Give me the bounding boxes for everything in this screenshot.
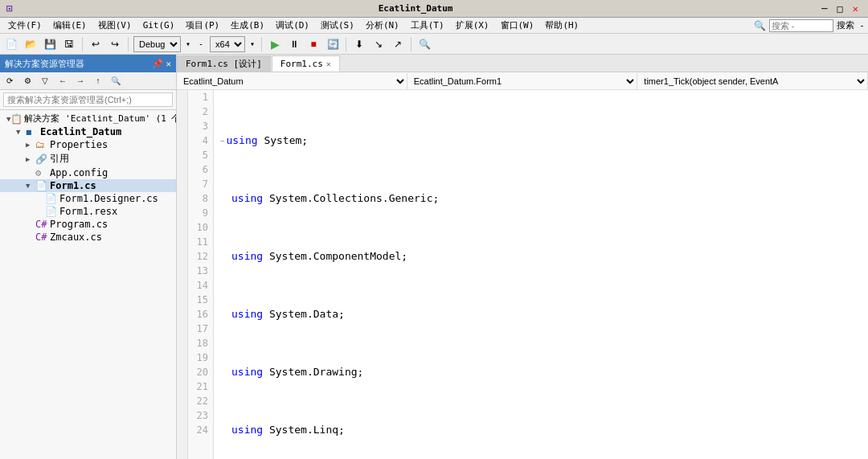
search-icon: 🔍: [754, 20, 766, 31]
code-line-4: using System.Data;: [220, 307, 868, 322]
menu-analyze[interactable]: 分析(N): [361, 18, 404, 32]
toolbar-step-into-btn[interactable]: ↘: [371, 36, 387, 52]
ln-24: 24: [193, 423, 208, 437]
se-search-btn[interactable]: 🔍: [108, 73, 124, 89]
menu-search-area[interactable]: 🔍 搜索 -: [754, 19, 865, 32]
se-back-btn[interactable]: ←: [55, 73, 71, 89]
collapse-1[interactable]: −: [220, 133, 224, 148]
menu-build[interactable]: 生成(B): [226, 18, 269, 32]
code-line-3: using System.ComponentModel;: [220, 249, 868, 264]
code-line-1: −using System;: [220, 133, 868, 148]
toolbar-step-over-btn[interactable]: ⬇: [351, 36, 367, 52]
nav-left-select[interactable]: Ecatlint_Datum: [177, 73, 407, 89]
se-appconfig[interactable]: ⚙ App.config: [0, 166, 176, 179]
se-search[interactable]: [0, 90, 176, 110]
se-header-controls[interactable]: 📌 ✕: [152, 59, 171, 69]
se-properties-btn[interactable]: ⚙: [19, 73, 35, 89]
toolbar-new-btn[interactable]: 📄: [3, 36, 19, 52]
debug-mode-select[interactable]: Debug: [133, 36, 181, 52]
se-zmcauxcs[interactable]: C# Zmcaux.cs: [0, 231, 176, 244]
toolbar-search-btn[interactable]: 🔍: [416, 36, 432, 52]
code-line-2: using System.Collections.Generic;: [220, 191, 868, 206]
ln-21: 21: [193, 379, 208, 394]
toolbar-redo-btn[interactable]: ↪: [107, 36, 123, 52]
se-solution-label[interactable]: ▼ 📋 解决方案 'Ecatlint_Datum' (1 个项目，共 1 个): [0, 112, 176, 125]
toolbar-stop-btn[interactable]: ■: [305, 36, 321, 52]
menu-git[interactable]: Git(G): [138, 19, 180, 31]
editor-nav: Ecatlint_Datum Ecatlint_Datum.Form1 time…: [177, 72, 868, 90]
se-form1cs[interactable]: ▼ 📄 Form1.cs: [0, 179, 176, 192]
tab-form1-cs[interactable]: Form1.cs ✕: [272, 55, 340, 72]
se-form1designer[interactable]: 📄 Form1.Designer.cs: [0, 192, 176, 205]
menu-tools[interactable]: 工具(T): [406, 18, 449, 32]
se-toolbar: ⟳ ⚙ ▽ ← → ↑ 🔍: [0, 72, 176, 90]
toolbar-sep-1: [82, 37, 83, 51]
se-tree: ▼ 📋 解决方案 'Ecatlint_Datum' (1 个项目，共 1 个) …: [0, 110, 176, 459]
ln-14: 14: [193, 278, 208, 293]
kw-using-3: using: [231, 249, 263, 264]
ln-23: 23: [193, 408, 208, 423]
toolbar-play-btn[interactable]: ▶: [267, 36, 283, 52]
toolbar-open-btn[interactable]: 📂: [23, 36, 39, 52]
tab-form1-cs-close[interactable]: ✕: [326, 59, 331, 68]
nav-right-select[interactable]: timer1_Tick(object sender, EventA: [637, 73, 868, 89]
menu-bar: 文件(F) 编辑(E) 视图(V) Git(G) 项目(P) 生成(B) 调试(…: [0, 18, 868, 34]
se-close-icon[interactable]: ✕: [166, 59, 171, 69]
se-pin-icon[interactable]: 📌: [152, 59, 163, 69]
code-content[interactable]: −using System; using System.Collections.…: [214, 90, 868, 459]
platform-select[interactable]: x64: [210, 36, 245, 52]
ln-10: 10: [193, 220, 208, 235]
menu-window[interactable]: 窗口(W): [496, 18, 539, 32]
se-properties[interactable]: ▶ 🗂 Properties: [0, 138, 176, 151]
toolbar-save-all-btn[interactable]: 🖫: [61, 36, 77, 52]
ln-8: 8: [193, 191, 208, 206]
toolbar-save-btn[interactable]: 💾: [42, 36, 58, 52]
se-form1resx[interactable]: 📄 Form1.resx: [0, 205, 176, 218]
se-sync-btn[interactable]: ⟳: [2, 73, 18, 89]
kw-using-6: using: [231, 423, 263, 437]
zmcaux-label: Zmcaux.cs: [50, 232, 102, 243]
menu-extensions[interactable]: 扩展(X): [451, 18, 494, 32]
menu-project[interactable]: 项目(P): [181, 18, 224, 32]
ln-1: 1: [193, 90, 208, 105]
designer-label: Form1.Designer.cs: [59, 193, 158, 204]
appconfig-label: App.config: [50, 167, 108, 178]
toolbar-undo-btn[interactable]: ↩: [88, 36, 104, 52]
toolbar-pause-btn[interactable]: ⏸: [286, 36, 302, 52]
tab-form1-design[interactable]: Form1.cs [设计]: [177, 55, 271, 72]
code-3-text: System.ComponentModel;: [263, 249, 407, 264]
kw-using-1: using: [226, 133, 257, 148]
se-search-input[interactable]: [3, 92, 173, 107]
menu-help[interactable]: 帮助(H): [540, 18, 583, 32]
window-controls[interactable]: ─ □ ✕: [818, 3, 862, 14]
properties-arrow: ▶: [26, 141, 35, 149]
project-label: Ecatlint_Datum: [40, 126, 121, 137]
toolbar-restart-btn[interactable]: 🔄: [325, 36, 341, 52]
nav-middle-select[interactable]: Ecatlint_Datum.Form1: [407, 73, 638, 89]
solution-explorer: 解决方案资源管理器 📌 ✕ ⟳ ⚙ ▽ ← → ↑ 🔍 ▼ 📋 解决方案 'Ec…: [0, 55, 177, 459]
ref-arrow: ▶: [26, 155, 35, 163]
se-forward-btn[interactable]: →: [72, 73, 88, 89]
menu-file[interactable]: 文件(F): [3, 18, 47, 32]
project-arrow: ▼: [16, 128, 26, 136]
se-references[interactable]: ▶ 🔗 引用: [0, 151, 176, 166]
menu-search-input[interactable]: [769, 19, 833, 32]
se-up-btn[interactable]: ↑: [90, 73, 106, 89]
se-project[interactable]: ▼ ◼ Ecatlint_Datum: [0, 125, 176, 138]
tab-form1-design-label: Form1.cs [设计]: [186, 58, 262, 70]
se-filter-btn[interactable]: ▽: [37, 73, 53, 89]
menu-test[interactable]: 测试(S): [316, 18, 359, 32]
se-programcs[interactable]: C# Program.cs: [0, 218, 176, 231]
kw-using-5: using: [231, 365, 263, 379]
menu-edit[interactable]: 编辑(E): [48, 18, 92, 32]
program-icon: C#: [35, 219, 48, 230]
menu-debug[interactable]: 调试(D): [271, 18, 314, 32]
code-4-text: System.Data;: [263, 307, 345, 322]
kw-using-4: using: [231, 307, 263, 322]
solution-label: 解决方案 'Ecatlint_Datum' (1 个项目，共 1 个): [24, 113, 176, 125]
menu-view[interactable]: 视图(V): [93, 18, 137, 32]
code-6-text: System.Linq;: [263, 423, 345, 437]
toolbar-step-out-btn[interactable]: ↗: [390, 36, 406, 52]
project-icon: ◼: [26, 126, 39, 137]
ln-7: 7: [193, 177, 208, 191]
